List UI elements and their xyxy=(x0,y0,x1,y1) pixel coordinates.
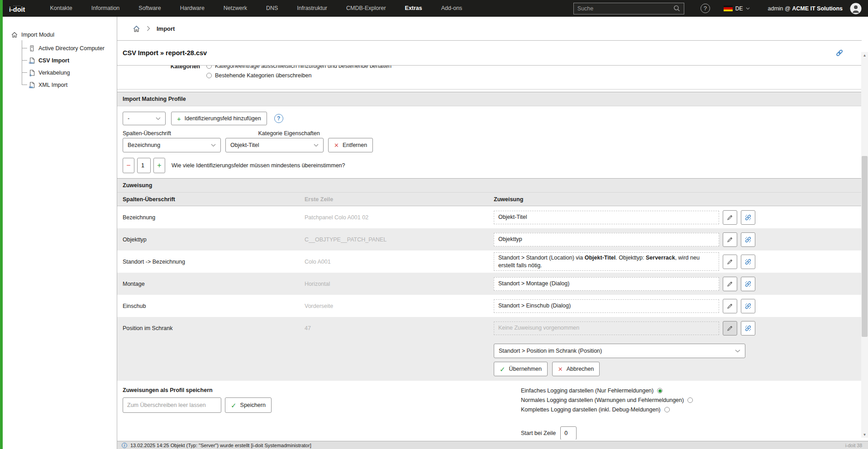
breadcrumb-home-icon[interactable] xyxy=(133,25,140,33)
add-identification-field-button[interactable]: + Identifizierungsfeld hinzufügen xyxy=(171,112,267,125)
menu-addons[interactable]: Add-ons xyxy=(432,0,472,17)
broken-link-icon xyxy=(744,236,752,243)
chevron-down-icon xyxy=(211,144,216,147)
radio-overwrite[interactable] xyxy=(206,73,212,78)
edit-assignment-button[interactable] xyxy=(723,321,737,336)
save-profile-button[interactable]: ✓ Speichern xyxy=(225,397,272,413)
search-icon[interactable] xyxy=(673,5,680,12)
user-account[interactable]: admin @ ACME IT Solutions xyxy=(768,5,843,12)
header-assignment: Zuweisung xyxy=(494,196,862,203)
logging-option-complete: Komplettes Logging darstellen (inkl. Deb… xyxy=(521,406,693,413)
assignment-box[interactable]: Standort > Einschub (Dialog) xyxy=(494,299,719,313)
menu-information[interactable]: Information xyxy=(82,0,129,17)
scroll-down-icon[interactable]: ▼ xyxy=(861,431,868,438)
edit-assignment-button[interactable] xyxy=(723,232,737,247)
unlink-assignment-button[interactable] xyxy=(741,255,755,269)
select-value: Bezeichnung xyxy=(128,142,160,148)
matching-profile-select[interactable]: - xyxy=(123,112,166,125)
assignment-box-empty[interactable]: Keine Zuweisung vorgenommen xyxy=(494,321,719,335)
page-title: CSV Import » report-28.csv xyxy=(123,49,207,57)
matching-help-icon[interactable]: ? xyxy=(274,114,283,123)
assignment-box[interactable]: Objekttyp xyxy=(494,233,719,246)
chevron-down-icon xyxy=(746,7,750,10)
breadcrumb-import[interactable]: Import xyxy=(157,25,175,32)
scrollbar-thumb[interactable] xyxy=(862,156,868,337)
help-icon[interactable]: ? xyxy=(701,4,710,13)
menu-software[interactable]: Software xyxy=(129,0,170,17)
column-select[interactable]: Bezeichnung xyxy=(123,138,221,152)
sidebar-item-import-modul[interactable]: Import Modul xyxy=(11,30,117,39)
radio-add-keep[interactable] xyxy=(206,66,212,69)
assignment-editor-select[interactable]: Standort > Position im Schrank (Position… xyxy=(494,344,745,358)
matching-profile-row: - + Identifizierungsfeld hinzufügen ? xyxy=(117,112,862,125)
assignment-box[interactable]: Standort > Standort (Location) via Objek… xyxy=(494,252,719,271)
assignment-text: Standort > Einschub (Dialog) xyxy=(498,302,571,310)
unlink-assignment-button[interactable] xyxy=(741,210,755,225)
broken-link-icon xyxy=(744,302,752,310)
unlink-assignment-button[interactable] xyxy=(741,321,755,336)
menu-extras[interactable]: Extras xyxy=(396,0,432,17)
assignment-table-header: Spalten-Überschrift Erste Zeile Zuweisun… xyxy=(117,193,862,206)
radio-logging-normal[interactable] xyxy=(687,397,693,403)
edit-assignment-button[interactable] xyxy=(723,210,737,225)
menu-netzwerk[interactable]: Netzwerk xyxy=(214,0,257,17)
start-row-input[interactable] xyxy=(560,426,577,440)
pencil-icon xyxy=(726,325,734,332)
radio-label: Bestehende Kategorien überschreiben xyxy=(215,72,311,79)
permalink-icon[interactable] xyxy=(835,49,844,57)
min-match-row: − + Wie viele Identifizierungsfelder müs… xyxy=(117,158,862,173)
menu-kontakte[interactable]: Kontakte xyxy=(40,0,81,17)
remove-field-button[interactable]: ✕ Entfernen xyxy=(328,138,373,152)
apply-assignment-button[interactable]: ✓ Übernehmen xyxy=(494,362,548,376)
select-value: Standort > Position im Schrank (Position… xyxy=(499,348,602,354)
idoit-logo[interactable]: ····· i-doit xyxy=(9,5,25,13)
menu-cmdb-explorer[interactable]: CMDB-Explorer xyxy=(337,0,396,17)
sidebar-item-active-directory-computer[interactable]: Active Directory Computer xyxy=(22,42,117,54)
property-select[interactable]: Objekt-Titel xyxy=(225,138,324,152)
avatar[interactable] xyxy=(850,3,862,14)
pencil-icon xyxy=(726,258,734,265)
assignment-text: Objekt-Titel xyxy=(498,213,527,221)
radio-logging-complete[interactable] xyxy=(664,407,670,412)
assignment-placeholder: Keine Zuweisung vorgenommen xyxy=(498,324,579,332)
edit-assignment-button[interactable] xyxy=(723,299,737,313)
assignment-box[interactable]: Objekt-Titel xyxy=(494,211,719,224)
profile-name-input[interactable] xyxy=(123,397,221,413)
cancel-assignment-button[interactable]: ✕ Abbrechen xyxy=(552,362,600,376)
table-row: Standort -> Bezeichnung Colo A001 Stando… xyxy=(117,250,862,273)
global-search[interactable] xyxy=(573,3,684,14)
scroll-up-icon[interactable]: ▲ xyxy=(861,52,868,58)
unlink-assignment-button[interactable] xyxy=(741,232,755,247)
sidebar-item-xml-import[interactable]: XML XML Import xyxy=(22,79,117,91)
vertical-scrollbar[interactable]: ▲ ▼ xyxy=(861,52,868,438)
xml-file-icon: XML xyxy=(29,81,35,89)
unlink-assignment-button[interactable] xyxy=(741,299,755,313)
decrease-count-button[interactable]: − xyxy=(123,158,134,173)
radio-logging-simple[interactable] xyxy=(657,388,663,393)
row-first-value: C__OBJTYPE__PATCH_PANEL xyxy=(305,236,494,243)
matching-labels: Spalten-Überschrift Kategorie Eigenschaf… xyxy=(117,130,862,137)
menu-hardware[interactable]: Hardware xyxy=(171,0,214,17)
assignment-box[interactable]: Standort > Montage (Dialog) xyxy=(494,277,719,291)
radio-label: Kategorieeinträge ausschließlich hinzufü… xyxy=(215,66,391,69)
search-input[interactable] xyxy=(577,5,673,12)
cross-icon: ✕ xyxy=(334,142,339,148)
row-first-value: Vorderseite xyxy=(305,303,494,309)
menu-infrastruktur[interactable]: Infrastruktur xyxy=(287,0,337,17)
table-row: Einschub Vorderseite Standort > Einschub… xyxy=(117,295,862,317)
german-flag-icon xyxy=(724,5,733,11)
broken-link-icon xyxy=(744,214,752,221)
sidebar-item-csv-import[interactable]: CSV CSV Import xyxy=(22,54,117,66)
sidebar-item-verkabelung[interactable]: {} Verkabelung xyxy=(22,66,117,79)
language-selector[interactable]: DE xyxy=(724,5,750,12)
statusbar: i 13.02.2025 14:25 Objekt (Typ: "Server"… xyxy=(117,441,868,449)
edit-assignment-button[interactable] xyxy=(723,255,737,269)
edit-assignment-button[interactable] xyxy=(723,277,737,291)
unlink-assignment-button[interactable] xyxy=(741,277,755,291)
row-column-name: Objekttyp xyxy=(123,236,305,243)
increase-count-button[interactable]: + xyxy=(153,158,165,173)
min-match-input[interactable] xyxy=(137,158,151,173)
menu-dns[interactable]: DNS xyxy=(257,0,287,17)
assignment-text: Objekttyp xyxy=(498,236,522,243)
sidebar-item-label: CSV Import xyxy=(38,57,69,64)
